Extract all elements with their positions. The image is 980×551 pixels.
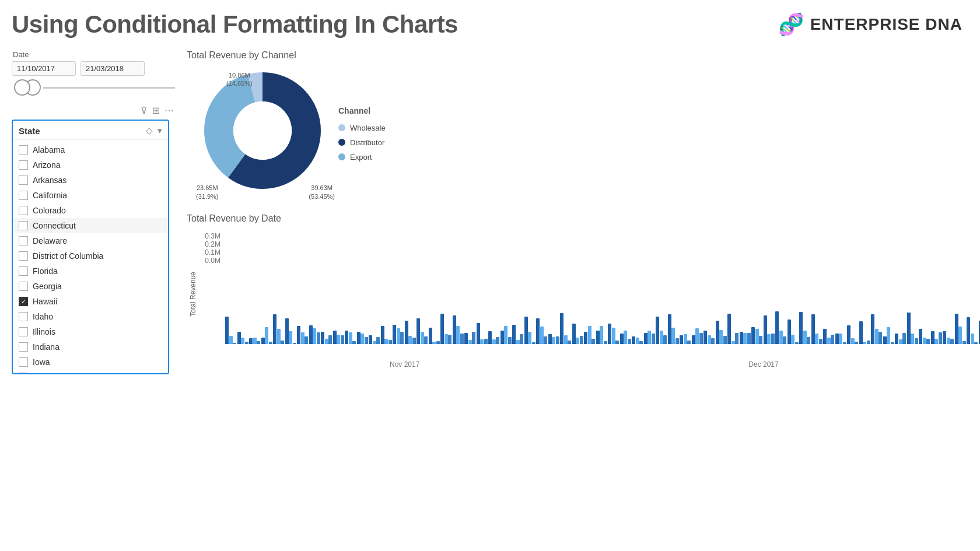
bar-dark <box>883 336 887 344</box>
state-item[interactable]: Georgia <box>13 279 168 294</box>
bar-light <box>564 335 568 344</box>
bar-light <box>708 335 711 344</box>
date-range-row <box>12 61 175 76</box>
bar-group <box>309 325 320 344</box>
bar-mid <box>963 341 966 344</box>
filter-icon[interactable]: ⊽ <box>141 105 148 116</box>
bar-light <box>229 336 233 344</box>
bar-mid <box>747 333 751 344</box>
state-item[interactable]: Colorado <box>13 203 168 218</box>
bar-dark <box>225 317 229 344</box>
state-checkbox[interactable] <box>19 221 28 230</box>
chevron-down-icon[interactable]: ▾ <box>158 125 162 136</box>
state-item[interactable]: Iowa <box>13 355 168 370</box>
bar-dark <box>333 331 337 344</box>
bar-mid <box>843 342 846 344</box>
state-item[interactable]: Delaware <box>13 233 168 248</box>
bar-dark <box>249 338 253 344</box>
slider-thumbs[interactable] <box>14 79 41 96</box>
state-checkbox[interactable] <box>19 266 28 276</box>
pin-icon[interactable]: ◇ <box>146 125 153 136</box>
bar-mid <box>592 339 595 344</box>
bar-dark <box>548 334 552 344</box>
expand-icon[interactable]: ⊞ <box>152 105 160 116</box>
state-item[interactable]: Florida <box>13 264 168 279</box>
bar-dark <box>524 317 528 345</box>
bar-dark <box>788 320 791 344</box>
state-checkbox[interactable] <box>19 312 28 321</box>
state-name: Alabama <box>33 145 65 155</box>
bar-light <box>552 337 555 344</box>
state-checkbox[interactable] <box>19 191 28 200</box>
state-checkbox[interactable] <box>19 236 28 245</box>
slider-thumb-left[interactable] <box>14 79 30 96</box>
state-checkbox[interactable] <box>19 160 28 170</box>
state-item[interactable]: Indiana <box>13 339 168 355</box>
state-checkbox[interactable] <box>19 282 28 291</box>
state-item[interactable]: Connecticut <box>13 218 168 233</box>
bar-group <box>285 318 296 344</box>
bar-mid <box>400 332 404 344</box>
bar-dark <box>775 311 779 344</box>
state-checkbox[interactable] <box>19 251 28 261</box>
donut-chart-section: Total Revenue by Channel <box>187 50 980 202</box>
state-checkbox[interactable] <box>19 342 28 352</box>
main-content: Date ⊽ ⊞ ⋯ State ◇ ▾ <box>0 44 980 551</box>
date-slider[interactable] <box>12 79 175 96</box>
state-item[interactable]: Hawaii <box>13 294 168 309</box>
bar-group <box>704 331 715 344</box>
bar-dark <box>488 331 492 344</box>
bar-mid <box>448 335 452 344</box>
date-end-input[interactable] <box>80 61 145 76</box>
bar-group <box>584 326 595 344</box>
bar-light <box>612 328 615 344</box>
bar-light <box>779 331 783 345</box>
bar-mid <box>974 342 978 344</box>
more-icon[interactable]: ⋯ <box>164 105 174 116</box>
state-filter-header: State ◇ ▾ <box>13 121 168 140</box>
bar-light <box>732 341 735 344</box>
state-checkbox[interactable] <box>19 373 28 373</box>
state-name: Colorado <box>33 206 66 215</box>
bar-mid <box>615 341 619 344</box>
bar-light <box>241 338 244 344</box>
bar-group <box>799 312 810 344</box>
state-list[interactable]: AlabamaArizonaArkansasCaliforniaColorado… <box>13 140 168 373</box>
state-checkbox[interactable] <box>19 297 28 306</box>
left-panel: Date ⊽ ⊞ ⋯ State ◇ ▾ <box>12 44 175 551</box>
state-item[interactable]: Idaho <box>13 309 168 324</box>
bar-group <box>429 328 440 344</box>
state-checkbox[interactable] <box>19 206 28 215</box>
donut-label-top: 10.86M(14.65%) <box>226 71 253 88</box>
state-name: Connecticut <box>33 221 76 230</box>
bar-dark <box>799 312 803 344</box>
state-item[interactable]: Illinois <box>13 324 168 339</box>
state-checkbox[interactable] <box>19 176 28 185</box>
page-title: Using Conditional Formatting In Charts <box>12 10 458 38</box>
state-checkbox[interactable] <box>19 357 28 367</box>
bar-dark <box>429 328 432 344</box>
bar-mid <box>867 341 870 344</box>
bar-light <box>743 333 747 344</box>
bar-light <box>528 332 531 344</box>
state-item[interactable]: Arkansas <box>13 173 168 188</box>
bar-group <box>548 334 559 344</box>
bar-dark <box>967 317 970 344</box>
bar-light <box>504 326 508 344</box>
logo-area: 🧬 ENTERPRISE DNA <box>778 12 963 37</box>
state-item[interactable]: California <box>13 188 168 203</box>
state-checkbox[interactable] <box>19 145 28 155</box>
bar-dark <box>919 329 922 344</box>
state-item[interactable]: Kansas <box>13 370 168 373</box>
state-item[interactable]: Arizona <box>13 157 168 173</box>
y-label-2: 0.1M <box>205 248 220 257</box>
bar-group <box>572 324 583 344</box>
date-start-input[interactable] <box>12 61 76 76</box>
state-item[interactable]: District of Columbia <box>13 248 168 264</box>
bar-light <box>863 342 866 344</box>
state-checkbox[interactable] <box>19 327 28 336</box>
state-item[interactable]: Alabama <box>13 142 168 157</box>
dna-icon: 🧬 <box>778 12 804 37</box>
bar-dark <box>859 321 863 344</box>
bar-light <box>253 338 257 344</box>
